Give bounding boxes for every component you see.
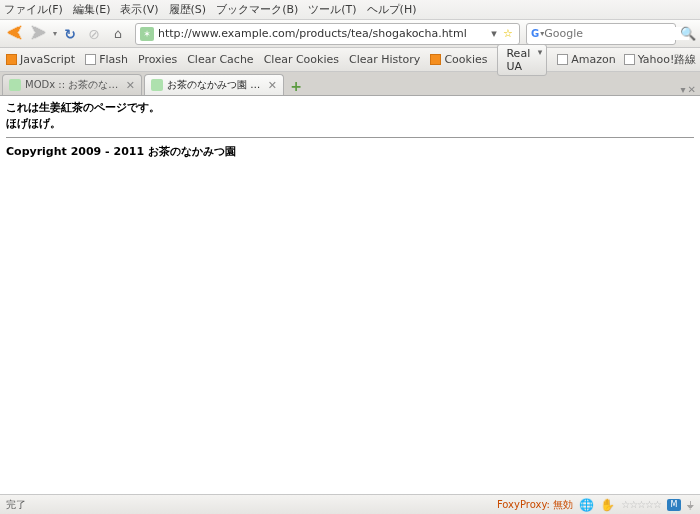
new-tab-button[interactable]: + — [286, 77, 306, 95]
foxyproxy-status[interactable]: FoxyProxy: 無効 — [497, 498, 573, 512]
proxies-button[interactable]: Proxies — [138, 53, 177, 66]
menu-help[interactable]: ヘルプ(H) — [367, 2, 417, 17]
url-dropdown-icon[interactable]: ▾ — [487, 27, 501, 40]
arrow-left-icon: ⮜ — [7, 24, 23, 43]
menu-history[interactable]: 履歴(S) — [169, 2, 207, 17]
addon-badge-icon[interactable]: M — [667, 499, 681, 511]
toggle-flash[interactable]: Flash — [85, 53, 128, 66]
menu-file[interactable]: ファイル(F) — [4, 2, 63, 17]
close-tab-icon[interactable]: ✕ — [126, 79, 135, 92]
divider — [6, 137, 694, 138]
developer-toolbar: JavaScript Flash Proxies Clear Cache Cle… — [0, 48, 700, 72]
history-dropdown-icon[interactable]: ▾ — [53, 29, 57, 38]
url-input[interactable] — [158, 27, 487, 40]
favicon-icon — [9, 79, 21, 91]
browser-tab[interactable]: お茶のなかみつ園 - 生姜... ✕ — [144, 74, 284, 95]
home-button[interactable]: ⌂ — [107, 23, 129, 45]
page-content: これは生姜紅茶のページです。 ほげほげ。 Copyright 2009 - 20… — [0, 96, 700, 494]
tab-list-button[interactable]: ▾ — [681, 84, 686, 95]
checkbox-icon — [624, 54, 635, 65]
menu-edit[interactable]: 編集(E) — [73, 2, 111, 17]
reload-icon: ↻ — [64, 26, 76, 42]
clear-cookies-button[interactable]: Clear Cookies — [264, 53, 339, 66]
search-engine-icon[interactable]: G▾ — [531, 27, 544, 41]
tab-close-all-icon[interactable]: ✕ — [688, 84, 696, 95]
menu-bar: ファイル(F) 編集(E) 表示(V) 履歴(S) ブックマーク(B) ツール(… — [0, 0, 700, 20]
plug-icon[interactable]: ⏚ — [687, 498, 694, 511]
globe-icon[interactable]: 🌐 — [579, 498, 594, 512]
tab-bar: MODx :: お茶のなかみつ園 ✕ お茶のなかみつ園 - 生姜... ✕ + … — [0, 72, 700, 96]
link-amazon[interactable]: Amazon — [557, 53, 615, 66]
favicon-icon — [151, 79, 163, 91]
bookmark-star-icon[interactable]: ☆ — [501, 27, 515, 40]
content-text: ほげほげ。 — [6, 116, 694, 131]
status-text: 完了 — [6, 498, 26, 512]
checkbox-icon — [557, 54, 568, 65]
browser-tab[interactable]: MODx :: お茶のなかみつ園 ✕ — [2, 74, 142, 95]
status-bar: 完了 FoxyProxy: 無効 🌐 ✋ ☆☆☆☆☆ M ⏚ — [0, 494, 700, 514]
search-input[interactable] — [544, 27, 689, 40]
plus-icon: + — [290, 78, 302, 94]
stop-icon: ⊘ — [88, 26, 100, 42]
arrow-right-icon: ⮞ — [31, 24, 47, 43]
hand-icon[interactable]: ✋ — [600, 498, 615, 512]
checkbox-icon — [6, 54, 17, 65]
site-identity-icon[interactable]: ✶ — [140, 27, 154, 41]
copyright-text: Copyright 2009 - 2011 お茶のなかみつ園 — [6, 144, 694, 159]
tab-title: お茶のなかみつ園 - 生姜... — [167, 78, 264, 92]
clear-history-button[interactable]: Clear History — [349, 53, 420, 66]
forward-button[interactable]: ⮞ — [28, 23, 50, 45]
menu-bookmarks[interactable]: ブックマーク(B) — [216, 2, 298, 17]
link-yahoo-transit[interactable]: Yahoo!路線 — [624, 52, 697, 67]
navigation-toolbar: ⮜ ⮞ ▾ ↻ ⊘ ⌂ ✶ ▾ ☆ G▾ 🔍 — [0, 20, 700, 48]
home-icon: ⌂ — [114, 26, 122, 41]
rating-stars-icon[interactable]: ☆☆☆☆☆ — [621, 499, 661, 510]
tab-title: MODx :: お茶のなかみつ園 — [25, 78, 122, 92]
toggle-javascript[interactable]: JavaScript — [6, 53, 75, 66]
url-bar[interactable]: ✶ ▾ ☆ — [135, 23, 520, 45]
close-tab-icon[interactable]: ✕ — [268, 79, 277, 92]
user-agent-select[interactable]: Real UA — [497, 44, 547, 76]
checkbox-icon — [85, 54, 96, 65]
menu-view[interactable]: 表示(V) — [120, 2, 158, 17]
bookmark-toolbar-links: Amazon Yahoo!路線 英和 和英 Customize — [557, 52, 700, 67]
clear-cache-button[interactable]: Clear Cache — [187, 53, 253, 66]
search-go-icon[interactable]: 🔍 — [680, 26, 696, 41]
toggle-cookies[interactable]: Cookies — [430, 53, 487, 66]
menu-tools[interactable]: ツール(T) — [308, 2, 356, 17]
checkbox-icon — [430, 54, 441, 65]
search-bar[interactable]: G▾ — [526, 23, 676, 45]
back-button[interactable]: ⮜ — [4, 23, 26, 45]
content-text: これは生姜紅茶のページです。 — [6, 100, 694, 115]
stop-button: ⊘ — [83, 23, 105, 45]
reload-button[interactable]: ↻ — [59, 23, 81, 45]
